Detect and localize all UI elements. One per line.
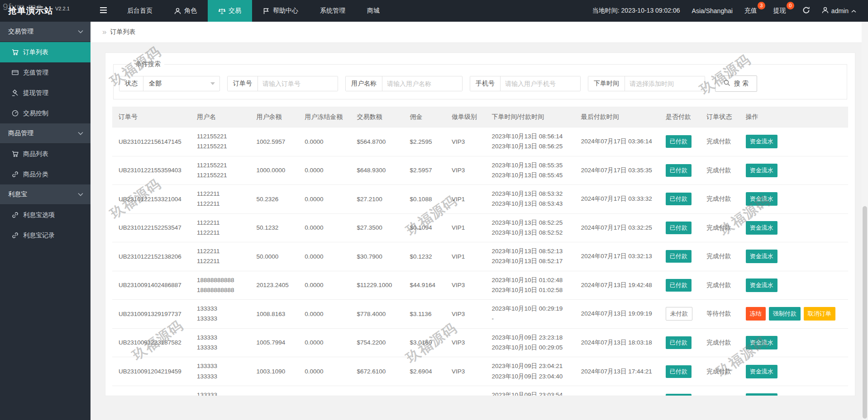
cell-last-pay-time: 2024年07月17日 03:32:25 <box>578 213 663 242</box>
nav-item-后台首页[interactable]: 后台首页 <box>116 0 163 22</box>
scrollbar[interactable] <box>862 22 868 420</box>
cell-user: 133333133333 <box>194 300 254 329</box>
time-line: 2023年10月09日 23:04:40 <box>491 372 575 382</box>
cell-user: 11222111122211 <box>194 242 254 271</box>
cell-actions: 资金流水 <box>743 386 848 396</box>
flag-icon <box>263 8 270 14</box>
cell-last-pay-time: 2024年07月13日 19:42:48 <box>578 271 663 300</box>
hamburger-menu-button[interactable] <box>91 0 116 22</box>
action-button-强制付款[interactable]: 强制付款 <box>769 307 801 321</box>
cell-user: 1888888888818888888888 <box>194 271 254 300</box>
cell-level: VIP3 <box>449 127 489 156</box>
sidebar-item-充值管理[interactable]: 充值管理 <box>0 62 91 83</box>
withdraw-button[interactable]: 提现 0 <box>773 7 791 15</box>
sidebar-item-商品列表[interactable]: 商品列表 <box>0 144 91 164</box>
sidebar-item-提现管理[interactable]: 提现管理 <box>0 83 91 103</box>
nav-item-交易[interactable]: 交易 <box>208 0 252 22</box>
cell-paid: 已付款 <box>663 242 704 271</box>
cell-paid: 已付款 <box>663 185 704 214</box>
recharge-button[interactable]: 充值 3 <box>744 7 762 15</box>
cell-order-time: 2023年10月09日 23:04:212023年10月09日 23:04:40 <box>489 357 578 386</box>
scrollbar-thumb[interactable] <box>863 206 867 419</box>
sidebar-item-交易控制[interactable]: 交易控制 <box>0 103 91 123</box>
paid-status-badge: 已付款 <box>666 394 692 396</box>
paid-status-badge: 未付款 <box>666 307 692 321</box>
action-button-资金流水[interactable]: 资金流水 <box>746 393 777 396</box>
search-button[interactable]: 搜 索 <box>715 76 757 92</box>
action-button-资金流水[interactable]: 资金流水 <box>746 365 777 378</box>
action-button-资金流水[interactable]: 资金流水 <box>746 278 777 292</box>
user-line: 133333 <box>197 361 251 371</box>
cell-commission: $3.1090 <box>407 386 449 396</box>
cell-user: 11222111122211 <box>194 213 254 242</box>
cell-amount: $27.2100 <box>354 185 407 214</box>
cell-actions: 资金流水 <box>743 242 848 271</box>
time-line: 2023年10月10日 00:29:19 <box>491 304 575 314</box>
table-row: UB23100912035486331333331333331000.00000… <box>112 386 848 396</box>
cell-actions: 资金流水 <box>743 185 848 214</box>
cell-last-pay-time: 2024年07月13日 19:09:19 <box>578 300 663 329</box>
cell-amount: $778.4000 <box>354 300 407 329</box>
cell-actions: 资金流水 <box>743 213 848 242</box>
action-button-资金流水[interactable]: 资金流水 <box>746 192 777 206</box>
nav-item-系统管理[interactable]: 系统管理 <box>309 0 356 22</box>
nav-item-商城[interactable]: 商城 <box>356 0 391 22</box>
username-input[interactable] <box>382 76 462 91</box>
cell-amount: $30.7900 <box>354 242 407 271</box>
action-button-取消订单[interactable]: 取消订单 <box>804 307 835 321</box>
sidebar-group-商品管理[interactable]: 商品管理 <box>0 123 91 144</box>
user-line: 1122211 <box>197 256 251 266</box>
action-button-资金流水[interactable]: 资金流水 <box>746 135 777 148</box>
order-no-input[interactable] <box>258 76 338 91</box>
sidebar-item-利息宝记录[interactable]: 利息宝记录 <box>0 225 91 245</box>
cell-balance: 50.2326 <box>253 185 302 214</box>
sidebar-item-商品分类[interactable]: 商品分类 <box>0 164 91 184</box>
recharge-badge: 3 <box>758 2 765 9</box>
sidebar-item-利息宝选项[interactable]: 利息宝选项 <box>0 205 91 225</box>
sidebar-item-订单列表[interactable]: 订单列表 <box>0 42 91 62</box>
nav-item-角色[interactable]: 角色 <box>163 0 208 22</box>
user-line: 112155221 <box>197 160 251 170</box>
time-line: 2023年10月09日 23:23:18 <box>491 333 575 343</box>
cell-paid: 已付款 <box>663 156 704 185</box>
nav-item-帮助中心[interactable]: 帮助中心 <box>252 0 309 22</box>
action-button-资金流水[interactable]: 资金流水 <box>746 250 777 263</box>
link-icon <box>12 232 19 239</box>
status-select[interactable]: 全部 <box>143 76 219 91</box>
phone-label: 手机号 <box>470 76 501 91</box>
refresh-button[interactable] <box>802 6 810 15</box>
cell-order-status: 完成付款 <box>704 328 743 357</box>
action-button-资金流水[interactable]: 资金流水 <box>746 221 777 235</box>
sidebar-group-利息宝[interactable]: 利息宝 <box>0 184 91 205</box>
cell-order-time: 2023年10月13日 08:52:252023年10月13日 08:52:52 <box>489 213 578 242</box>
cell-amount: $648.9300 <box>354 156 407 185</box>
sidebar-group-交易管理[interactable]: 交易管理 <box>0 22 91 42</box>
cell-order-status: 完成付款 <box>704 271 743 300</box>
cell-commission: $0.1094 <box>407 213 449 242</box>
cell-commission: $3.0169 <box>407 328 449 357</box>
main-menu: 后台首页角色交易帮助中心系统管理商城 <box>116 0 391 22</box>
sidebar-item-label: 商品列表 <box>23 150 48 158</box>
breadcrumb-current: 订单列表 <box>110 28 135 36</box>
time-line: 2023年10月13日 08:55:35 <box>491 160 575 170</box>
cell-last-pay-time: 2024年07月17日 03:33:32 <box>578 185 663 214</box>
cell-commission: $2.5957 <box>407 156 449 185</box>
action-button-资金流水[interactable]: 资金流水 <box>746 164 777 177</box>
cell-balance: 50.0000 <box>253 242 302 271</box>
username-label: 用户名称 <box>346 76 382 91</box>
phone-input[interactable] <box>501 76 580 91</box>
cell-frozen: 0.0000 <box>302 242 354 271</box>
order-time-input[interactable] <box>625 76 705 91</box>
action-button-资金流水[interactable]: 资金流水 <box>746 336 777 349</box>
cell-order-no: UB2310091204219459 <box>112 357 194 386</box>
sidebar-group-label: 利息宝 <box>8 190 27 198</box>
column-header: 用户名 <box>194 107 254 127</box>
action-button-冻结[interactable]: 冻结 <box>746 307 766 321</box>
time-line: 2023年10月10日 00:29:05 <box>491 343 575 353</box>
user-menu[interactable]: admin <box>822 7 856 15</box>
cell-user: 133333133333 <box>194 386 254 396</box>
cell-balance: 1000.0000 <box>253 156 302 185</box>
table-row: UB23101221533210041122211112221150.23260… <box>112 185 848 214</box>
table-row: UB23100912231875821333331333331005.79940… <box>112 328 848 357</box>
username: admin <box>831 7 849 14</box>
